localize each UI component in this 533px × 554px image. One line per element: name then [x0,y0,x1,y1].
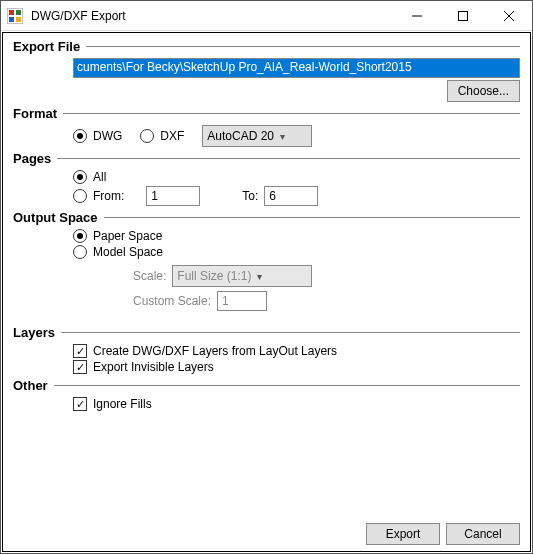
chevron-down-icon: ▾ [280,131,285,142]
window-title: DWG/DXF Export [31,9,394,23]
dialog-window: DWG/DXF Export Export File cuments\For B… [0,0,533,554]
svg-rect-1 [9,10,14,15]
scale-label: Scale: [133,269,166,283]
check-create-layers[interactable] [73,344,87,358]
radio-dwg-label: DWG [93,129,122,143]
radio-paper-space[interactable] [73,229,87,243]
divider [86,46,520,47]
radio-all-pages[interactable] [73,170,87,184]
from-label: From: [93,189,124,203]
maximize-icon [458,11,468,21]
maximize-button[interactable] [440,1,486,31]
radio-from-pages[interactable] [73,189,87,203]
svg-rect-3 [9,17,14,22]
group-layers: Layers Create DWG/DXF Layers from LayOut… [13,325,520,374]
output-space-label: Output Space [13,210,102,225]
radio-dxf-label: DXF [160,129,184,143]
version-select[interactable]: AutoCAD 20 ▾ [202,125,312,147]
model-space-label: Model Space [93,245,163,259]
check-export-invisible[interactable] [73,360,87,374]
group-other: Other Ignore Fills [13,378,520,411]
group-export-file: Export File cuments\For Becky\SketchUp P… [13,39,520,102]
cancel-button[interactable]: Cancel [446,523,520,545]
divider [57,158,520,159]
divider [61,332,520,333]
close-icon [504,11,514,21]
divider [54,385,520,386]
radio-dxf[interactable] [140,129,154,143]
create-layers-label: Create DWG/DXF Layers from LayOut Layers [93,344,337,358]
divider [63,113,520,114]
ignore-fills-label: Ignore Fills [93,397,152,411]
format-label: Format [13,106,61,121]
paper-space-label: Paper Space [93,229,162,243]
client-area: Export File cuments\For Becky\SketchUp P… [2,32,531,552]
scale-select-value: Full Size (1:1) [177,269,251,283]
footer-buttons: Export Cancel [366,523,520,545]
group-output-space: Output Space Paper Space Model Space Sca… [13,210,520,311]
check-ignore-fills[interactable] [73,397,87,411]
svg-rect-2 [16,10,21,15]
app-icon [7,8,23,24]
export-file-label: Export File [13,39,84,54]
export-invisible-label: Export Invisible Layers [93,360,214,374]
chevron-down-icon: ▾ [257,271,262,282]
titlebar: DWG/DXF Export [1,1,532,31]
custom-scale-label: Custom Scale: [133,294,211,308]
close-button[interactable] [486,1,532,31]
minimize-button[interactable] [394,1,440,31]
scale-select: Full Size (1:1) ▾ [172,265,312,287]
to-input[interactable] [264,186,318,206]
version-select-value: AutoCAD 20 [207,129,274,143]
svg-rect-6 [459,11,468,20]
export-button[interactable]: Export [366,523,440,545]
divider [104,217,520,218]
radio-model-space[interactable] [73,245,87,259]
minimize-icon [412,11,422,21]
other-label: Other [13,378,52,393]
radio-all-label: All [93,170,106,184]
from-input[interactable] [146,186,200,206]
layers-label: Layers [13,325,59,340]
pages-label: Pages [13,151,55,166]
to-label: To: [242,189,258,203]
svg-rect-4 [16,17,21,22]
custom-scale-input [217,291,267,311]
group-format: Format DWG DXF AutoCAD 20 ▾ [13,106,520,147]
radio-dwg[interactable] [73,129,87,143]
group-pages: Pages All From: To: [13,151,520,206]
export-path-input[interactable]: cuments\For Becky\SketchUp Pro_AIA_Real-… [73,58,520,78]
choose-button[interactable]: Choose... [447,80,520,102]
